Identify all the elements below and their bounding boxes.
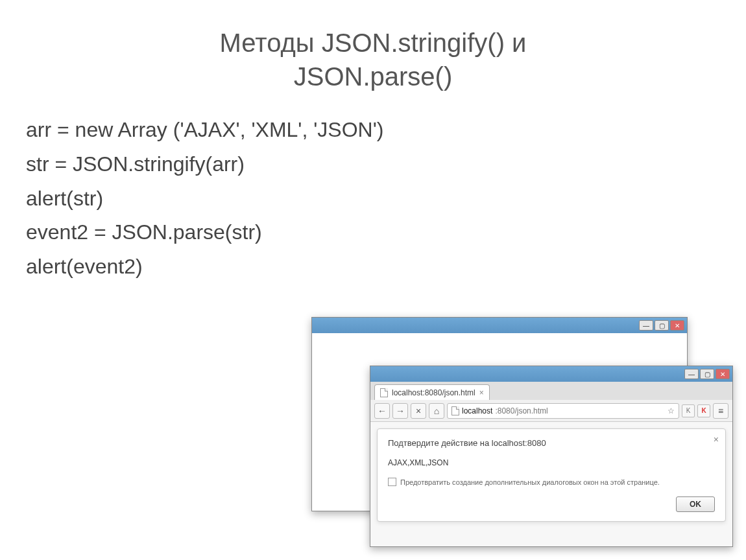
code-line: arr = new Array ('AJAX', 'XML', 'JSON') <box>26 113 720 147</box>
page-icon <box>380 388 388 397</box>
title-line-2: JSON.parse() <box>294 62 453 91</box>
extension-icon[interactable]: K <box>682 404 695 417</box>
title-bar: — ▢ ✕ <box>312 318 687 333</box>
dialog-message: AJAX,XML,JSON <box>388 458 715 467</box>
tab-bar: localhost:8080/json.html × <box>370 382 732 400</box>
minimize-button[interactable]: — <box>684 369 699 379</box>
dialog-close-icon[interactable]: × <box>714 434 719 445</box>
dialog-actions: OK <box>388 496 715 512</box>
slide-title: Методы JSON.stringify() и JSON.parse() <box>0 0 746 93</box>
title-line-1: Методы JSON.stringify() и <box>220 29 527 57</box>
tab-title: localhost:8080/json.html <box>392 388 475 397</box>
foreground-window: — ▢ ✕ localhost:8080/json.html × ← → × ⌂… <box>370 366 733 547</box>
page-icon <box>451 406 459 415</box>
reload-button[interactable]: × <box>411 403 426 419</box>
url-host: localhost <box>462 406 492 415</box>
code-line: alert(str) <box>26 181 720 216</box>
checkbox-label: Предотвратить создание дополнительных ди… <box>400 478 660 486</box>
close-button[interactable]: ✕ <box>670 320 684 331</box>
menu-button[interactable]: ≡ <box>713 403 728 419</box>
checkbox[interactable] <box>388 478 396 486</box>
minimize-button[interactable]: — <box>639 320 653 331</box>
code-line: event2 = JSON.parse(str) <box>26 215 720 250</box>
ok-button[interactable]: OK <box>676 496 715 512</box>
kaspersky-icon[interactable]: K <box>697 404 710 417</box>
address-bar[interactable]: localhost:8080/json.html ☆ <box>447 403 679 419</box>
maximize-button[interactable]: ▢ <box>655 320 669 331</box>
home-button[interactable]: ⌂ <box>429 403 444 419</box>
back-button[interactable]: ← <box>374 403 390 419</box>
url-path: :8080/json.html <box>495 406 547 415</box>
prevent-dialogs-option[interactable]: Предотвратить создание дополнительных ди… <box>388 478 715 486</box>
code-line: str = JSON.stringify(arr) <box>26 147 720 181</box>
bookmark-star-icon[interactable]: ☆ <box>668 406 675 415</box>
alert-dialog: × Подтвердите действие на localhost:8080… <box>377 428 726 522</box>
browser-tab[interactable]: localhost:8080/json.html × <box>374 384 490 400</box>
forward-button[interactable]: → <box>392 403 408 419</box>
title-bar: — ▢ ✕ <box>370 366 732 382</box>
maximize-button[interactable]: ▢ <box>700 369 714 379</box>
dialog-title: Подтвердите действие на localhost:8080 <box>388 438 715 448</box>
toolbar: ← → × ⌂ localhost:8080/json.html ☆ K K ≡ <box>370 400 732 422</box>
tab-close-icon[interactable]: × <box>479 388 484 397</box>
code-block: arr = new Array ('AJAX', 'XML', 'JSON') … <box>0 93 746 284</box>
code-line: alert(event2) <box>26 250 720 284</box>
close-button[interactable]: ✕ <box>716 369 730 379</box>
